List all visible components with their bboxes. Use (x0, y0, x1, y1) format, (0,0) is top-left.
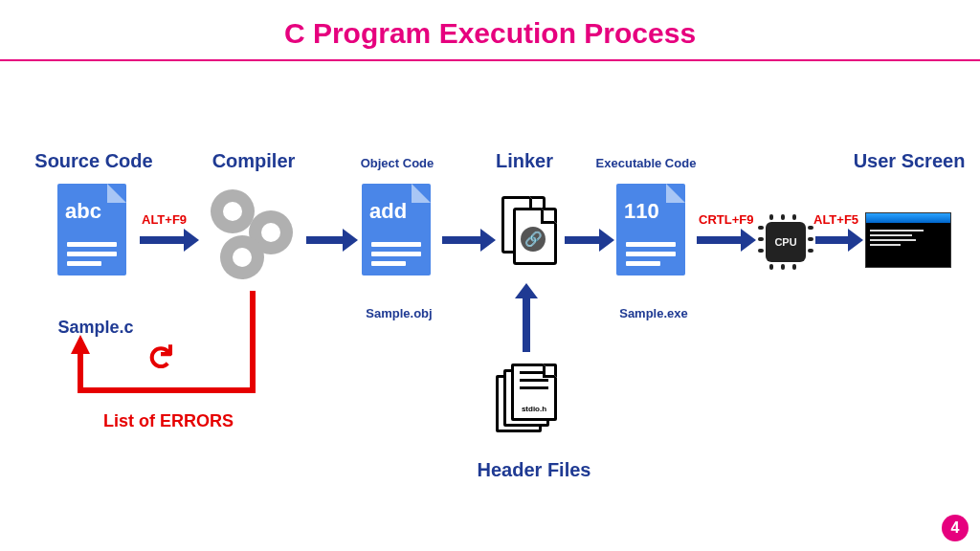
source-file-icon: abc (57, 184, 126, 276)
exe-file-text: 110 (624, 199, 659, 224)
arrow-source-to-compiler (140, 236, 186, 244)
page-number-badge: 4 (942, 515, 969, 541)
header-files-icon: stdio.h (496, 364, 563, 440)
label-exe: Executable Code (584, 156, 708, 170)
link-glyph-icon: 🔗 (521, 227, 546, 252)
header-file-example: stdio.h (514, 405, 554, 413)
compiler-gears-icon (207, 189, 302, 285)
label-header-files: Header Files (457, 459, 611, 481)
arrow-headers-to-linker (523, 297, 530, 352)
source-file-text: abc (65, 199, 101, 224)
shortcut-compile: ALT+F9 (142, 212, 187, 227)
arrow-linker-to-exe (565, 236, 601, 244)
cycle-icon: ↻ (140, 342, 180, 371)
label-linker: Linker (477, 150, 572, 172)
terminal-icon (865, 212, 951, 268)
object-file-icon: add (362, 184, 431, 276)
arrow-exe-to-cpu (697, 236, 743, 244)
arrow-cpu-to-screen (815, 236, 850, 244)
svg-marker-0 (71, 335, 90, 354)
source-filename: Sample.c (38, 318, 153, 338)
arrow-object-to-linker (442, 236, 482, 244)
shortcut-output: ALT+F5 (813, 212, 858, 227)
label-object: Object Code (345, 156, 450, 170)
shortcut-run: CRTL+F9 (699, 212, 753, 227)
linker-icon: 🔗 (498, 196, 565, 273)
label-source: Source Code (27, 150, 161, 172)
label-compiler: Compiler (201, 150, 306, 172)
exe-file-icon: 110 (616, 184, 685, 276)
arrow-compiler-to-object (306, 236, 345, 244)
diagram-canvas: Source Code Compiler Object Code Linker … (0, 0, 980, 551)
label-screen: User Screen (842, 150, 976, 172)
label-errors: List of ERRORS (103, 411, 234, 431)
exe-filename: Sample.exe (601, 306, 706, 320)
cpu-icon: CPU (766, 222, 806, 262)
object-file-text: add (369, 199, 407, 224)
object-filename: Sample.obj (346, 306, 452, 320)
